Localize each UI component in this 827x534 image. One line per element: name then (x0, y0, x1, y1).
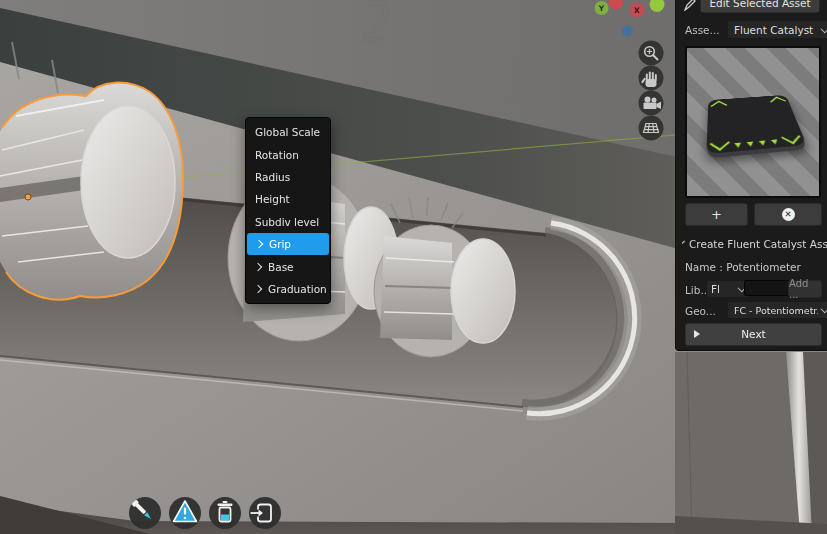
asset-preview-image (687, 48, 819, 196)
library-dropdown-value: Fl (711, 283, 735, 295)
submenu-chevron-icon (254, 262, 262, 270)
zoom-button[interactable] (639, 41, 664, 66)
section-expand-chevron-icon (682, 241, 685, 246)
add-asset-button[interactable]: + (685, 203, 748, 226)
menu-item-subdiv-level[interactable]: Subdiv level (246, 211, 330, 233)
context-menu: Global ScaleRotationRadiusHeightSubdiv l… (245, 117, 331, 304)
gizmo-y-label: Y (598, 4, 605, 13)
remove-asset-button[interactable]: ✕ (754, 203, 822, 226)
pan-button[interactable] (639, 66, 664, 91)
edit-pencil-icon (683, 0, 696, 11)
create-section-title: Create Fluent Catalyst Asse (689, 238, 827, 250)
warning-button[interactable] (169, 497, 201, 529)
edit-selected-asset-button[interactable]: Edit Selected Asset (700, 0, 820, 13)
menu-item-grip[interactable]: Grip (247, 233, 329, 255)
menu-item-height[interactable]: Height (246, 188, 330, 210)
menu-item-rotation[interactable]: Rotation (246, 143, 330, 165)
corner-mark-icon (709, 136, 730, 151)
menu-item-radius[interactable]: Radius (246, 166, 330, 188)
corner-mark-icon (770, 97, 786, 107)
submenu-chevron-icon (254, 285, 262, 293)
chevron-down-icon (820, 305, 827, 313)
asset-dropdown[interactable]: Fluent Catalyst (727, 20, 827, 39)
circle-x-icon: ✕ (782, 208, 795, 221)
asset-preview (685, 46, 821, 198)
perspective-button[interactable] (639, 116, 664, 141)
geometry-dropdown-value: FC - Potentiometr... (734, 305, 818, 316)
camera-view-button[interactable] (639, 91, 664, 116)
menu-item-label: Base (268, 261, 294, 273)
asset-row-label: Asse... (685, 24, 725, 36)
menu-item-graduation[interactable]: Graduation (246, 278, 330, 300)
menu-item-label: Radius (255, 171, 290, 183)
add-library-button[interactable]: Add ... (788, 280, 822, 298)
right-side-geometry (675, 352, 827, 534)
menu-item-label: Rotation (255, 149, 299, 161)
exit-button[interactable] (249, 497, 281, 529)
next-button-label: Next (686, 324, 821, 345)
menu-item-label: Grip (269, 238, 291, 250)
gizmo-x-label: X (634, 6, 640, 15)
next-button[interactable]: Next (685, 323, 822, 346)
knob-selected[interactable] (0, 83, 183, 300)
asset-name-text: Name : Potentiometer (685, 261, 801, 273)
geometry-dropdown[interactable]: FC - Potentiometr... (727, 301, 827, 319)
asset-thumbnail-object (706, 95, 806, 154)
menu-item-label: Graduation (268, 283, 327, 295)
knob-right[interactable] (374, 225, 515, 357)
corner-mark-icon (710, 101, 727, 111)
blender-window: 2 3 (0, 0, 827, 534)
library-dropdown[interactable]: Fl (706, 280, 749, 298)
menu-item-base[interactable]: Base (246, 255, 330, 277)
library-name-input[interactable] (744, 280, 790, 296)
front-arrows-icon (734, 139, 778, 148)
fluent-catalyst-panel: Edit Selected Asset Asse... Fluent Catal… (675, 0, 827, 351)
create-section-header[interactable]: Create Fluent Catalyst Asse (682, 238, 827, 250)
delete-button[interactable] (209, 497, 241, 529)
menu-item-label: Height (255, 193, 290, 205)
chevron-down-icon (820, 25, 827, 33)
menu-item-label: Global Scale (255, 126, 320, 138)
submenu-chevron-icon (255, 240, 263, 248)
geometry-label: Geo... (685, 305, 716, 317)
eyedropper-button[interactable] (129, 497, 161, 529)
menu-item-label: Subdiv level (255, 216, 319, 228)
asset-dropdown-value: Fluent Catalyst (734, 24, 818, 36)
menu-item-global-scale[interactable]: Global Scale (246, 121, 330, 143)
corner-mark-icon (781, 130, 801, 144)
gizmo-view-ball[interactable] (622, 26, 633, 37)
object-origin-dot (25, 194, 31, 200)
